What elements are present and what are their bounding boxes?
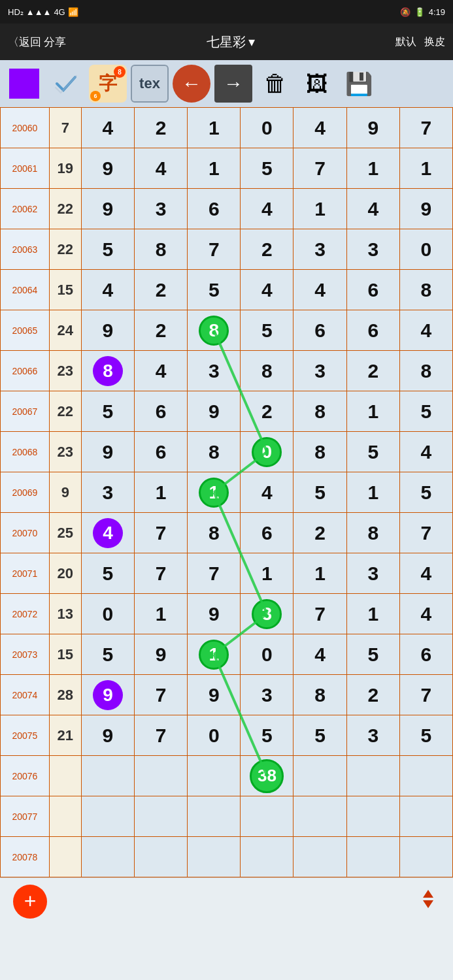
data-cell[interactable]: 4 xyxy=(135,148,188,189)
data-cell[interactable]: 5 xyxy=(81,553,134,594)
data-cell[interactable]: 0 xyxy=(188,715,241,756)
data-cell[interactable]: 5 xyxy=(346,634,399,675)
data-cell[interactable]: 6 xyxy=(346,310,399,351)
default-button[interactable]: 默认 xyxy=(395,35,416,49)
sort-button[interactable] xyxy=(416,887,440,915)
table-row[interactable]: 2006993114515 xyxy=(1,472,453,513)
data-cell[interactable]: 7 xyxy=(188,229,241,270)
table-row[interactable]: 20072130193714 xyxy=(1,594,453,634)
table-row[interactable]: 2007638 xyxy=(1,756,453,796)
data-cell[interactable]: 4 xyxy=(81,513,134,553)
data-cell[interactable]: 8 xyxy=(81,351,134,391)
data-cell[interactable]: 4 xyxy=(294,270,346,310)
data-cell[interactable]: 1 xyxy=(241,553,294,594)
table-row[interactable]: 20078 xyxy=(1,837,453,877)
data-cell[interactable]: 8 xyxy=(294,391,346,432)
data-cell[interactable]: 7 xyxy=(294,148,346,189)
data-cell[interactable]: 9 xyxy=(188,675,241,715)
data-cell[interactable]: 8 xyxy=(188,432,241,472)
data-cell[interactable]: 5 xyxy=(188,270,241,310)
table-row[interactable]: 20063225872330 xyxy=(1,229,453,270)
data-cell[interactable]: 2 xyxy=(294,513,346,553)
data-cell[interactable] xyxy=(81,837,134,877)
purple-square-btn[interactable] xyxy=(5,65,43,103)
data-cell[interactable] xyxy=(346,756,399,796)
data-cell[interactable] xyxy=(294,756,346,796)
data-cell[interactable] xyxy=(135,756,188,796)
data-cell[interactable]: 2 xyxy=(346,675,399,715)
data-cell[interactable]: 3 xyxy=(294,229,346,270)
data-cell[interactable]: 3 xyxy=(81,472,134,513)
share-button[interactable]: 分享 xyxy=(44,35,66,50)
data-cell[interactable]: 4 xyxy=(294,108,346,148)
data-cell[interactable]: 1 xyxy=(188,634,241,675)
data-cell[interactable] xyxy=(399,796,452,837)
data-cell[interactable]: 5 xyxy=(241,715,294,756)
table-row[interactable]: 20062229364149 xyxy=(1,189,453,229)
data-cell[interactable]: 6 xyxy=(135,432,188,472)
data-cell[interactable]: 1 xyxy=(346,594,399,634)
data-cell[interactable]: 4 xyxy=(399,432,452,472)
data-cell[interactable]: 3 xyxy=(346,229,399,270)
data-cell[interactable] xyxy=(241,796,294,837)
data-cell[interactable]: 9 xyxy=(81,148,134,189)
data-cell[interactable]: 1 xyxy=(294,553,346,594)
tex-btn[interactable]: tex xyxy=(131,65,169,103)
table-row[interactable]: 20066238438328 xyxy=(1,351,453,391)
data-cell[interactable]: 7 xyxy=(188,553,241,594)
photo-btn[interactable]: 🖼 xyxy=(298,65,336,103)
data-cell[interactable]: 2 xyxy=(346,351,399,391)
data-cell[interactable]: 3 xyxy=(241,594,294,634)
data-cell[interactable]: 1 xyxy=(135,594,188,634)
data-cell[interactable]: 5 xyxy=(346,432,399,472)
data-cell[interactable]: 4 xyxy=(241,189,294,229)
data-cell[interactable]: 5 xyxy=(81,229,134,270)
data-cell[interactable]: 0 xyxy=(399,229,452,270)
data-cell[interactable]: 7 xyxy=(135,675,188,715)
data-cell[interactable]: 6 xyxy=(241,513,294,553)
data-cell[interactable]: 9 xyxy=(81,189,134,229)
data-cell[interactable]: 1 xyxy=(399,148,452,189)
table-row[interactable]: 20074289793827 xyxy=(1,675,453,715)
table-row[interactable]: 20067225692815 xyxy=(1,391,453,432)
data-cell[interactable]: 3 xyxy=(135,189,188,229)
badge-btn[interactable]: 字 8 6 xyxy=(89,65,127,103)
data-cell[interactable]: 1 xyxy=(188,148,241,189)
data-cell[interactable] xyxy=(346,796,399,837)
data-cell[interactable]: 3 xyxy=(241,675,294,715)
data-cell[interactable]: 0 xyxy=(81,594,134,634)
data-cell[interactable]: 7 xyxy=(135,715,188,756)
back-button[interactable]: 〈返回 xyxy=(8,35,41,50)
data-cell[interactable]: 8 xyxy=(188,310,241,351)
data-cell[interactable]: 6 xyxy=(399,634,452,675)
data-cell[interactable]: 9 xyxy=(399,189,452,229)
data-cell[interactable]: 8 xyxy=(294,675,346,715)
data-cell[interactable]: 2 xyxy=(241,391,294,432)
data-cell[interactable]: 4 xyxy=(399,594,452,634)
table-row[interactable]: 20077 xyxy=(1,796,453,837)
data-cell[interactable]: 8 xyxy=(241,351,294,391)
data-cell[interactable]: 5 xyxy=(294,472,346,513)
data-cell[interactable]: 2 xyxy=(241,229,294,270)
data-cell[interactable]: 8 xyxy=(188,513,241,553)
data-cell[interactable]: 0 xyxy=(241,634,294,675)
skin-button[interactable]: 换皮 xyxy=(424,35,445,49)
data-cell[interactable]: 8 xyxy=(294,432,346,472)
data-cell[interactable] xyxy=(188,837,241,877)
data-cell[interactable]: 9 xyxy=(135,634,188,675)
data-cell[interactable]: 3 xyxy=(294,351,346,391)
table-row[interactable]: 20064154254468 xyxy=(1,270,453,310)
data-cell[interactable]: 3 xyxy=(188,351,241,391)
data-cell[interactable] xyxy=(188,756,241,796)
data-cell[interactable] xyxy=(81,756,134,796)
data-cell[interactable] xyxy=(294,837,346,877)
data-cell[interactable]: 6 xyxy=(188,189,241,229)
nav-title[interactable]: 七星彩 ▾ xyxy=(207,33,255,51)
data-cell[interactable]: 0 xyxy=(241,432,294,472)
table-row[interactable]: 2006074210497 xyxy=(1,108,453,148)
data-cell[interactable]: 4 xyxy=(399,310,452,351)
data-cell[interactable] xyxy=(399,756,452,796)
data-cell[interactable]: 7 xyxy=(399,108,452,148)
data-cell[interactable]: 5 xyxy=(81,391,134,432)
back-arrow-btn[interactable]: ← xyxy=(173,65,210,103)
